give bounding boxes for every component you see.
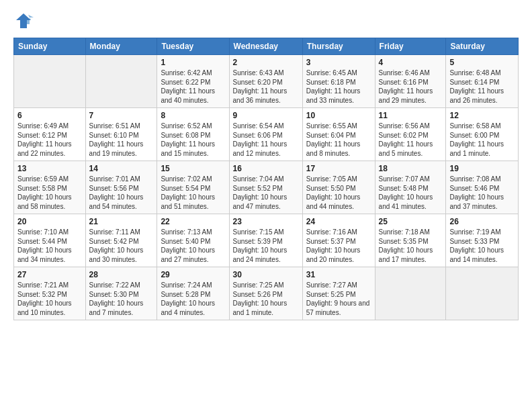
calendar-cell	[446, 267, 519, 320]
calendar-cell: 21Sunrise: 7:11 AM Sunset: 5:42 PM Dayli…	[85, 214, 157, 267]
calendar-cell: 13Sunrise: 6:59 AM Sunset: 5:58 PM Dayli…	[14, 161, 86, 214]
day-number: 26	[449, 217, 515, 226]
day-info: Sunrise: 6:54 AM Sunset: 6:06 PM Dayligh…	[233, 122, 299, 158]
day-number: 11	[379, 111, 443, 120]
calendar-cell: 15Sunrise: 7:02 AM Sunset: 5:54 PM Dayli…	[157, 161, 229, 214]
day-info: Sunrise: 6:52 AM Sunset: 6:08 PM Dayligh…	[161, 122, 225, 158]
weekday-wednesday: Wednesday	[229, 38, 302, 55]
day-number: 24	[306, 217, 371, 226]
calendar-cell: 10Sunrise: 6:55 AM Sunset: 6:04 PM Dayli…	[302, 108, 375, 161]
calendar-header: SundayMondayTuesdayWednesdayThursdayFrid…	[14, 38, 519, 55]
day-number: 5	[449, 58, 515, 67]
page: SundayMondayTuesdayWednesdayThursdayFrid…	[0, 0, 532, 411]
day-info: Sunrise: 6:46 AM Sunset: 6:16 PM Dayligh…	[379, 68, 443, 105]
day-info: Sunrise: 7:13 AM Sunset: 5:40 PM Dayligh…	[161, 228, 225, 264]
day-number: 31	[306, 270, 371, 279]
day-number: 17	[306, 164, 371, 173]
day-number: 7	[89, 111, 154, 120]
calendar-week-4: 20Sunrise: 7:10 AM Sunset: 5:44 PM Dayli…	[14, 214, 519, 267]
calendar-week-2: 6Sunrise: 6:49 AM Sunset: 6:12 PM Daylig…	[14, 108, 519, 161]
calendar-cell: 31Sunrise: 7:27 AM Sunset: 5:25 PM Dayli…	[302, 267, 375, 320]
calendar-cell: 16Sunrise: 7:04 AM Sunset: 5:52 PM Dayli…	[229, 161, 302, 214]
day-number: 19	[449, 164, 515, 173]
calendar-body: 1Sunrise: 6:42 AM Sunset: 6:22 PM Daylig…	[14, 55, 519, 320]
day-info: Sunrise: 7:22 AM Sunset: 5:30 PM Dayligh…	[89, 281, 154, 317]
day-info: Sunrise: 7:16 AM Sunset: 5:37 PM Dayligh…	[306, 228, 371, 264]
weekday-sunday: Sunday	[14, 38, 86, 55]
day-info: Sunrise: 7:01 AM Sunset: 5:56 PM Dayligh…	[89, 175, 154, 211]
day-number: 1	[161, 58, 225, 67]
calendar-cell: 6Sunrise: 6:49 AM Sunset: 6:12 PM Daylig…	[14, 108, 86, 161]
day-number: 25	[379, 217, 443, 226]
day-number: 13	[17, 164, 82, 173]
calendar-table: SundayMondayTuesdayWednesdayThursdayFrid…	[13, 38, 519, 320]
day-number: 9	[233, 111, 299, 120]
calendar-cell: 24Sunrise: 7:16 AM Sunset: 5:37 PM Dayli…	[302, 214, 375, 267]
day-info: Sunrise: 6:56 AM Sunset: 6:02 PM Dayligh…	[379, 122, 443, 158]
weekday-monday: Monday	[85, 38, 157, 55]
day-info: Sunrise: 7:27 AM Sunset: 5:25 PM Dayligh…	[306, 281, 371, 317]
day-number: 4	[379, 58, 443, 67]
day-info: Sunrise: 7:05 AM Sunset: 5:50 PM Dayligh…	[306, 175, 371, 211]
weekday-friday: Friday	[375, 38, 446, 55]
calendar-cell: 14Sunrise: 7:01 AM Sunset: 5:56 PM Dayli…	[85, 161, 157, 214]
day-number: 10	[306, 111, 371, 120]
weekday-header-row: SundayMondayTuesdayWednesdayThursdayFrid…	[14, 38, 519, 55]
calendar-cell: 4Sunrise: 6:46 AM Sunset: 6:16 PM Daylig…	[375, 55, 446, 108]
day-number: 6	[17, 111, 82, 120]
day-info: Sunrise: 6:59 AM Sunset: 5:58 PM Dayligh…	[17, 175, 82, 211]
day-number: 29	[161, 270, 225, 279]
calendar-cell	[14, 55, 86, 108]
day-info: Sunrise: 6:45 AM Sunset: 6:18 PM Dayligh…	[306, 68, 371, 105]
day-info: Sunrise: 7:15 AM Sunset: 5:39 PM Dayligh…	[233, 228, 299, 264]
day-info: Sunrise: 6:51 AM Sunset: 6:10 PM Dayligh…	[89, 122, 154, 158]
calendar-cell: 26Sunrise: 7:19 AM Sunset: 5:33 PM Dayli…	[446, 214, 519, 267]
day-number: 15	[161, 164, 225, 173]
calendar-cell: 25Sunrise: 7:18 AM Sunset: 5:35 PM Dayli…	[375, 214, 446, 267]
day-info: Sunrise: 7:08 AM Sunset: 5:46 PM Dayligh…	[449, 175, 515, 211]
calendar-week-1: 1Sunrise: 6:42 AM Sunset: 6:22 PM Daylig…	[14, 55, 519, 108]
day-info: Sunrise: 7:02 AM Sunset: 5:54 PM Dayligh…	[161, 175, 225, 211]
calendar-cell: 28Sunrise: 7:22 AM Sunset: 5:30 PM Dayli…	[85, 267, 157, 320]
calendar-cell: 27Sunrise: 7:21 AM Sunset: 5:32 PM Dayli…	[14, 267, 86, 320]
calendar-cell: 19Sunrise: 7:08 AM Sunset: 5:46 PM Dayli…	[446, 161, 519, 214]
calendar-cell: 20Sunrise: 7:10 AM Sunset: 5:44 PM Dayli…	[14, 214, 86, 267]
logo	[13, 11, 36, 31]
weekday-tuesday: Tuesday	[157, 38, 229, 55]
day-number: 22	[161, 217, 225, 226]
day-info: Sunrise: 6:43 AM Sunset: 6:20 PM Dayligh…	[233, 68, 299, 105]
calendar-cell: 12Sunrise: 6:58 AM Sunset: 6:00 PM Dayli…	[446, 108, 519, 161]
day-number: 12	[449, 111, 515, 120]
weekday-saturday: Saturday	[446, 38, 519, 55]
calendar-cell: 9Sunrise: 6:54 AM Sunset: 6:06 PM Daylig…	[229, 108, 302, 161]
day-number: 30	[233, 270, 299, 279]
day-info: Sunrise: 7:24 AM Sunset: 5:28 PM Dayligh…	[161, 281, 225, 317]
logo-icon	[13, 11, 34, 31]
calendar-cell: 3Sunrise: 6:45 AM Sunset: 6:18 PM Daylig…	[302, 55, 375, 108]
calendar-cell: 17Sunrise: 7:05 AM Sunset: 5:50 PM Dayli…	[302, 161, 375, 214]
day-number: 27	[17, 270, 82, 279]
calendar-cell: 11Sunrise: 6:56 AM Sunset: 6:02 PM Dayli…	[375, 108, 446, 161]
day-info: Sunrise: 7:25 AM Sunset: 5:26 PM Dayligh…	[233, 281, 299, 317]
calendar-cell: 23Sunrise: 7:15 AM Sunset: 5:39 PM Dayli…	[229, 214, 302, 267]
day-info: Sunrise: 6:49 AM Sunset: 6:12 PM Dayligh…	[17, 122, 82, 158]
calendar-week-3: 13Sunrise: 6:59 AM Sunset: 5:58 PM Dayli…	[14, 161, 519, 214]
day-info: Sunrise: 7:18 AM Sunset: 5:35 PM Dayligh…	[379, 228, 443, 264]
day-info: Sunrise: 7:21 AM Sunset: 5:32 PM Dayligh…	[17, 281, 82, 317]
day-info: Sunrise: 6:58 AM Sunset: 6:00 PM Dayligh…	[449, 122, 515, 158]
calendar-cell: 29Sunrise: 7:24 AM Sunset: 5:28 PM Dayli…	[157, 267, 229, 320]
day-info: Sunrise: 6:48 AM Sunset: 6:14 PM Dayligh…	[449, 68, 515, 105]
calendar-cell: 1Sunrise: 6:42 AM Sunset: 6:22 PM Daylig…	[157, 55, 229, 108]
day-number: 16	[233, 164, 299, 173]
day-number: 28	[89, 270, 154, 279]
calendar-week-5: 27Sunrise: 7:21 AM Sunset: 5:32 PM Dayli…	[14, 267, 519, 320]
weekday-thursday: Thursday	[302, 38, 375, 55]
day-number: 18	[379, 164, 443, 173]
day-number: 2	[233, 58, 299, 67]
day-info: Sunrise: 6:55 AM Sunset: 6:04 PM Dayligh…	[306, 122, 371, 158]
calendar-cell: 18Sunrise: 7:07 AM Sunset: 5:48 PM Dayli…	[375, 161, 446, 214]
day-number: 21	[89, 217, 154, 226]
calendar-cell	[375, 267, 446, 320]
day-info: Sunrise: 6:42 AM Sunset: 6:22 PM Dayligh…	[161, 68, 225, 105]
calendar-cell: 30Sunrise: 7:25 AM Sunset: 5:26 PM Dayli…	[229, 267, 302, 320]
